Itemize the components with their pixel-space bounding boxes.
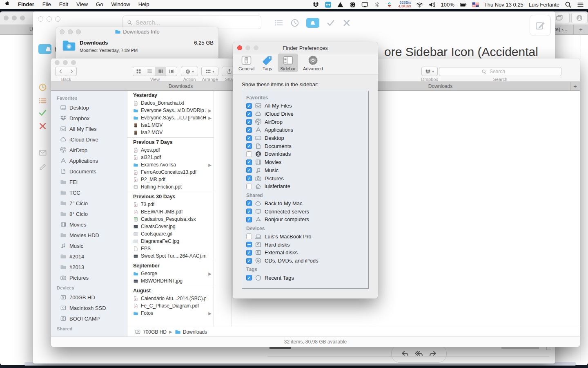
checkbox[interactable]: ✓	[246, 209, 252, 214]
file-row[interactable]: 73.pdf	[127, 201, 214, 208]
browser-tab-title-fragment[interactable]: te) -...	[555, 27, 567, 32]
prefs-item-connected-servers[interactable]: ✓Connected servers	[246, 207, 368, 215]
menu-window[interactable]: Window	[107, 0, 134, 9]
file-row[interactable]: DiagramaFeC.jpg	[127, 238, 214, 245]
file-row[interactable]: Fe_C_Phase_Diagram.pdf	[127, 302, 214, 310]
spotlight-icon[interactable]	[565, 1, 572, 8]
prefs-item-icloud-drive[interactable]: ✓iCloud Drive	[246, 110, 368, 118]
view-coverflow-button[interactable]	[166, 67, 177, 76]
file-row[interactable]: Aços.pdf	[127, 146, 214, 154]
bluetooth-icon[interactable]	[374, 1, 381, 8]
sidebar-item--2014[interactable]: #2014	[51, 251, 127, 262]
prefs-item-external-disks[interactable]: ✓External disks	[246, 249, 368, 257]
file-row[interactable]: Isa1.MOV	[127, 121, 214, 129]
history-clock-icon[interactable]	[38, 83, 47, 92]
pencil-icon[interactable]	[38, 163, 47, 171]
file-row[interactable]: Sweet Spot Tur....264-AAC).mp4	[127, 252, 214, 260]
reply-all-icon[interactable]	[414, 349, 423, 358]
lists-icon[interactable]	[38, 96, 47, 105]
check-icon[interactable]	[326, 18, 335, 27]
prefs-item-hard-disks[interactable]: Hard disks	[246, 240, 368, 249]
checkbox[interactable]: ✓	[246, 275, 252, 280]
prefs-item-desktop[interactable]: ✓Desktop	[246, 134, 368, 142]
checkbox[interactable]: ✓	[246, 143, 252, 149]
sidebar-item-dropbox[interactable]: Dropbox	[51, 113, 127, 123]
zoom-button[interactable]	[71, 60, 76, 65]
checkbox[interactable]: ✓	[246, 217, 252, 222]
file-row[interactable]: CleatsCover.jpg	[127, 223, 214, 230]
view-columns-button[interactable]	[155, 67, 166, 76]
prefs-item-cds-dvds-and-ipods[interactable]: ✓CDs, DVDs, and iPods	[246, 257, 368, 265]
zoom-button[interactable]	[20, 16, 25, 20]
checkbox[interactable]: ✓	[246, 127, 252, 133]
apple-menu[interactable]	[0, 0, 14, 9]
disclosure-arrow-icon[interactable]: ▶	[208, 311, 212, 316]
close-button[interactable]	[55, 60, 60, 65]
prefs-item-recent-tags[interactable]: ✓Recent Tags	[246, 274, 368, 282]
back-button[interactable]	[55, 67, 66, 76]
updown-arrows-icon[interactable]	[386, 1, 393, 8]
notification-center-icon[interactable]	[577, 1, 584, 8]
mailbox-traffic-lights[interactable]	[38, 16, 60, 22]
checkbox[interactable]: ✓	[246, 200, 252, 206]
sidebar-item-all-my-files[interactable]: All My Files	[51, 123, 127, 134]
file-row[interactable]: MSWORDHINT.jpg	[127, 277, 214, 285]
trash-x-icon[interactable]	[38, 122, 47, 130]
file-row[interactable]: FerroAcoConceitos13.pdf	[127, 168, 214, 176]
checkbox[interactable]	[246, 233, 252, 239]
sidebar-item-tcc[interactable]: TCC	[51, 187, 127, 198]
close-button[interactable]	[4, 16, 9, 20]
file-row[interactable]: P2_MR.pdf	[127, 176, 214, 183]
checkbox[interactable]: ✓	[246, 258, 252, 264]
battery-icon[interactable]	[460, 1, 467, 8]
prefs-tab-general[interactable]: General	[236, 54, 257, 72]
mailbox-icon[interactable]	[306, 18, 319, 28]
menu-file[interactable]: File	[38, 0, 55, 9]
checkbox[interactable]: ✓	[246, 103, 252, 109]
file-row[interactable]: BEEWAIR JMB.pdf	[127, 208, 214, 215]
menu-view[interactable]: View	[72, 0, 92, 9]
prefs-item-bonjour-computers[interactable]: ✓Bonjour computers	[246, 215, 368, 224]
prefs-item-music[interactable]: ✓Music	[246, 166, 368, 175]
sidebar-item-macintosh-ssd[interactable]: Macintosh SSD	[51, 303, 127, 313]
checkbox[interactable]: ✓	[246, 135, 252, 141]
file-row[interactable]: Isa2.MOV	[127, 129, 214, 136]
file-row[interactable]: al321.pdf	[127, 154, 214, 161]
view-list-button[interactable]	[144, 67, 155, 76]
sidebar-item-700gb-hd[interactable]: 700GB HD	[51, 292, 127, 303]
network-speed-indicator[interactable]: 628B/s 4,3KB/s	[398, 1, 411, 8]
file-row[interactable]: Exames Avo Isa▶	[127, 161, 214, 168]
new-tab-button[interactable]: +	[579, 26, 583, 33]
zoom-button[interactable]	[55, 16, 60, 22]
volume-icon[interactable]	[428, 1, 435, 8]
file-row[interactable]: Coolsquare.gif	[127, 230, 214, 238]
warning-triangle-icon[interactable]	[337, 1, 344, 8]
file-row[interactable]: EPS	[127, 245, 214, 252]
arrange-button[interactable]: ▾	[201, 67, 218, 76]
minimize-button[interactable]	[47, 16, 52, 22]
checkbox[interactable]	[246, 242, 252, 247]
file-row[interactable]: George▶	[127, 270, 214, 277]
close-icon[interactable]	[342, 18, 351, 27]
checkbox[interactable]	[246, 184, 252, 189]
prefs-item-movies[interactable]: ✓Movies	[246, 158, 368, 166]
menu-edit[interactable]: Edit	[55, 0, 72, 9]
sidebar-item-pictures[interactable]: Pictures	[51, 272, 127, 283]
checkbox[interactable]	[246, 151, 252, 157]
prefs-tab-advanced[interactable]: Advanced	[301, 54, 325, 72]
prefs-item-back-to-my-mac[interactable]: ✓Back to My Mac	[246, 200, 368, 208]
minimize-button[interactable]	[63, 60, 68, 65]
path-item[interactable]: Downloads	[175, 329, 207, 335]
menu-bar-clock[interactable]: Thu Nov 13 0:25	[484, 2, 523, 8]
sidebar-item-music[interactable]: Music	[51, 240, 127, 251]
back-forward-buttons[interactable]	[55, 67, 77, 76]
compose-button[interactable]	[530, 15, 551, 36]
action-button[interactable]: ▾	[181, 67, 198, 76]
view-grid-button[interactable]	[133, 67, 144, 76]
search-input[interactable]	[135, 18, 257, 26]
close-button[interactable]	[38, 16, 43, 22]
app-circle-icon[interactable]	[349, 1, 356, 8]
keyboard-layout-flag-icon[interactable]: PC	[472, 1, 479, 8]
disclosure-arrow-icon[interactable]: ▶	[208, 272, 212, 276]
reply-icon[interactable]	[401, 349, 410, 358]
